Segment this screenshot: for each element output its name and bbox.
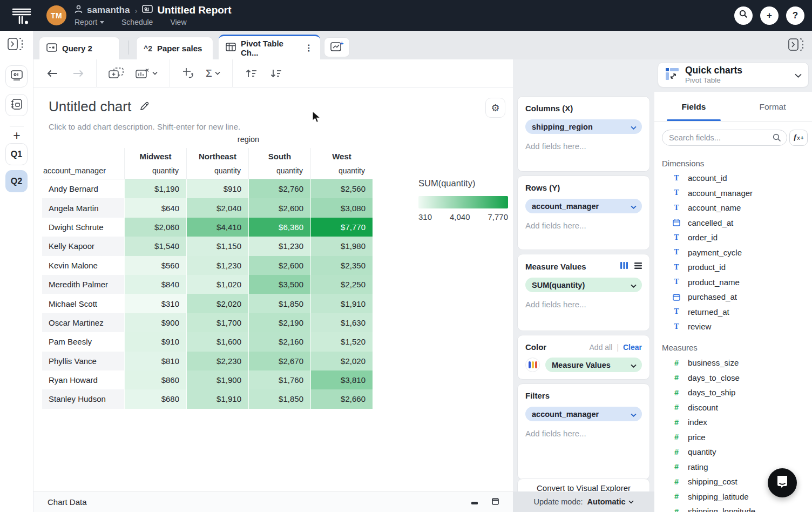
pivot-value-cell[interactable]: $1,760	[248, 370, 310, 389]
chart-description-placeholder[interactable]: Click to add chart description. Shift-en…	[49, 122, 240, 131]
pivot-value-cell[interactable]: $2,560	[310, 179, 373, 198]
menu-schedule[interactable]: Schedule	[121, 18, 153, 26]
pivot-value-cell[interactable]: $1,700	[186, 313, 248, 332]
chart-type-picker[interactable]: Quick charts Pivot Table	[658, 62, 809, 87]
field-item-returned_at[interactable]: Treturned_at	[654, 305, 812, 320]
field-item-payment_cycle[interactable]: Tpayment_cycle	[654, 245, 812, 260]
field-item-account_name[interactable]: Taccount_name	[654, 200, 812, 215]
pivot-value-cell[interactable]: $1,190	[124, 179, 186, 198]
breadcrumb-user[interactable]: samantha	[87, 5, 130, 16]
pivot-value-cell[interactable]: $3,080	[310, 198, 373, 217]
pivot-value-cell[interactable]: $910	[124, 332, 186, 351]
add-fields-placeholder[interactable]: Add fields here...	[525, 221, 642, 230]
field-item-product_name[interactable]: Tproduct_name	[654, 275, 812, 290]
duplicate-chart-button[interactable]	[109, 68, 124, 79]
rows-layout-icon[interactable]	[634, 261, 642, 271]
pivot-value-cell[interactable]: $1,900	[186, 370, 248, 389]
color-palette-icon[interactable]	[525, 358, 540, 372]
pivot-value-cell[interactable]: $2,060	[124, 218, 186, 237]
pivot-value-cell[interactable]: $3,810	[310, 370, 373, 389]
pivot-value-cell[interactable]: $2,760	[248, 179, 310, 198]
menu-view[interactable]: View	[170, 18, 186, 26]
pivot-value-cell[interactable]: $1,850	[248, 294, 310, 313]
rail-add-button[interactable]: +	[0, 129, 33, 143]
help-button[interactable]: ?	[786, 6, 804, 25]
pivot-value-cell[interactable]: $2,040	[186, 198, 248, 217]
right-panel-toggle[interactable]	[788, 38, 803, 53]
color-clear-link[interactable]: Clear	[623, 343, 642, 352]
field-item-shipping_longitude[interactable]: #shipping_longitude	[654, 504, 812, 512]
pivot-value-cell[interactable]: $2,160	[248, 332, 310, 351]
pivot-value-cell[interactable]: $6,360	[248, 218, 310, 237]
chat-launcher-button[interactable]	[768, 468, 797, 497]
avatar[interactable]: TM	[46, 5, 66, 25]
new-chart-button[interactable]: +	[324, 37, 350, 57]
field-item-days_to_close[interactable]: #days_to_close	[654, 370, 812, 386]
columns-layout-icon[interactable]	[620, 261, 628, 271]
field-item-price[interactable]: #price	[654, 430, 812, 445]
pivot-row-label[interactable]: Stanley Hudson	[42, 389, 124, 408]
pivot-row-label[interactable]: Ryan Howard	[42, 370, 124, 389]
pivot-value-cell[interactable]: $2,250	[310, 275, 373, 294]
pivot-row-label[interactable]: Kevin Malone	[42, 256, 124, 275]
pivot-value-cell[interactable]: $2,230	[186, 352, 248, 370]
chart-title[interactable]: Untitled chart	[49, 98, 131, 115]
tab-format[interactable]: Format	[733, 92, 812, 121]
tab-pivot-table-chart[interactable]: Pivot Table Ch... ⋮	[219, 35, 320, 59]
pivot-value-cell[interactable]: $810	[124, 352, 186, 370]
pivot-row-label[interactable]: Pam Beesly	[42, 332, 124, 351]
field-item-account_id[interactable]: Taccount_id	[654, 171, 812, 186]
pivot-value-cell[interactable]: $1,150	[186, 237, 248, 255]
pivot-value-cell[interactable]: $1,910	[186, 389, 248, 408]
field-item-business_size[interactable]: #business_size	[654, 355, 812, 370]
minimize-icon[interactable]	[471, 497, 478, 507]
pivot-value-cell[interactable]: $640	[124, 198, 186, 217]
pivot-value-cell[interactable]: $2,020	[310, 352, 373, 370]
color-add-all-link[interactable]: Add all	[590, 343, 613, 352]
pivot-column-header[interactable]: Midwestquantity	[124, 148, 186, 179]
pivot-value-cell[interactable]: $1,520	[310, 332, 373, 351]
add-fields-placeholder[interactable]: Add fields here...	[525, 142, 642, 151]
sort-descending-button[interactable]	[269, 69, 282, 78]
pivot-value-cell[interactable]: $1,540	[124, 237, 186, 255]
pivot-value-cell[interactable]: $1,850	[248, 389, 310, 408]
pivot-value-cell[interactable]: $7,770	[310, 218, 373, 237]
maximize-icon[interactable]	[492, 497, 499, 507]
undo-button[interactable]	[46, 69, 58, 78]
redo-button[interactable]	[72, 69, 84, 78]
pivot-value-cell[interactable]: $1,020	[186, 275, 248, 294]
field-item-cancelled_at[interactable]: cancelled_at	[654, 215, 812, 231]
sort-ascending-button[interactable]	[245, 69, 258, 78]
pivot-value-cell[interactable]: $2,190	[248, 313, 310, 332]
chart-settings-button[interactable]: ⚙	[485, 98, 505, 118]
field-item-order_id[interactable]: Torder_id	[654, 230, 812, 245]
pivot-value-cell[interactable]: $1,980	[310, 237, 373, 255]
pivot-row-label[interactable]: Kelly Kapoor	[42, 237, 124, 255]
pivot-value-cell[interactable]: $1,230	[248, 237, 310, 255]
pivot-row-label[interactable]: Meredith Palmer	[42, 275, 124, 294]
rail-query-2-button[interactable]: Q2	[5, 170, 28, 192]
rail-query-1-button[interactable]: Q1	[5, 143, 28, 165]
rail-dataset-button[interactable]	[5, 94, 28, 116]
field-item-discount[interactable]: #discount	[654, 400, 812, 415]
tab-fields[interactable]: Fields	[654, 92, 733, 121]
aggregate-button[interactable]: Σ	[206, 68, 220, 79]
pivot-row-label[interactable]: Michael Scott	[42, 294, 124, 313]
pivot-value-cell[interactable]: $2,020	[186, 294, 248, 313]
pivot-value-cell[interactable]: $2,670	[248, 352, 310, 370]
pivot-row-label[interactable]: Phyllis Vance	[42, 352, 124, 370]
pivot-row-label[interactable]: Oscar Martinez	[42, 313, 124, 332]
pivot-value-cell[interactable]: $680	[124, 389, 186, 408]
pivot-column-header[interactable]: Southquantity	[248, 148, 310, 179]
field-pill-shipping-region[interactable]: shipping_region	[525, 119, 642, 134]
transpose-button[interactable]	[182, 67, 195, 80]
pivot-value-cell[interactable]: $2,350	[310, 256, 373, 275]
pivot-value-cell[interactable]: $910	[186, 179, 248, 198]
field-pill-sum-quantity[interactable]: SUM(quantity)	[525, 278, 642, 292]
pivot-row-label[interactable]: Dwight Schrute	[42, 218, 124, 237]
pivot-value-cell[interactable]: $840	[124, 275, 186, 294]
pivot-value-cell[interactable]: $2,660	[310, 389, 373, 408]
chart-data-bar[interactable]: Chart Data	[33, 491, 513, 512]
pivot-column-header[interactable]: Westquantity	[310, 148, 373, 179]
left-panel-toggle[interactable]	[8, 38, 23, 52]
